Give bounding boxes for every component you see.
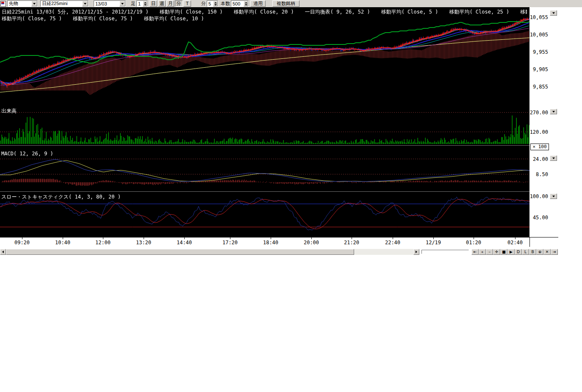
price-chart-canvas[interactable] xyxy=(0,7,529,237)
jump-end-button[interactable]: ⇥ xyxy=(551,249,558,255)
stoch-scale-button[interactable] xyxy=(550,193,557,199)
time-axis-label: 12:00 xyxy=(94,240,112,246)
volume-multiplier-badge: × 100 xyxy=(530,144,549,150)
contract-month-select[interactable]: 13/03 xyxy=(94,0,126,7)
app-icon[interactable] xyxy=(0,1,6,7)
x-axis-tick xyxy=(311,237,312,239)
legend-row-2: 移動平均( Close, 75 ) 移動平均( Close, 75 ) 移動平均… xyxy=(2,15,527,22)
x-axis-tick xyxy=(271,237,271,239)
period-week-button[interactable]: 週 xyxy=(158,0,166,7)
scroll-right-icon xyxy=(416,251,417,253)
time-axis-label: 20:00 xyxy=(302,240,321,246)
close-button[interactable]: ✕ xyxy=(543,249,551,255)
indicator-label: 一目均衡表( 9, 26, 52 ) xyxy=(305,8,370,16)
indicator-label: 移動平均( Close, 5 ) xyxy=(381,8,438,16)
mode-b-button[interactable]: B xyxy=(529,249,536,255)
chevron-down-icon[interactable] xyxy=(31,1,37,6)
price-axis-label: 9,955 xyxy=(529,49,548,55)
chevron-down-icon xyxy=(552,12,555,14)
time-axis-label: 14:40 xyxy=(175,240,194,246)
chevron-down-icon xyxy=(552,196,555,197)
price-axis-label: 10,005 xyxy=(529,32,548,38)
crosshair-button[interactable]: ✛ xyxy=(493,249,500,255)
target-button[interactable]: ⊕ xyxy=(536,249,543,255)
chevron-down-icon xyxy=(552,157,555,159)
price-axis-label: 9,905 xyxy=(529,66,548,72)
horizontal-scrollbar: ⇤ ＋ － ✛ ■ ▶ D L B ⊕ ✕ ⇥ xyxy=(0,249,558,255)
chevron-down-icon xyxy=(552,111,555,113)
bar-multiple-spinner[interactable]: 1 xyxy=(136,0,148,7)
zoom-in-button[interactable]: ＋ xyxy=(479,249,486,255)
mode-l-button[interactable]: L xyxy=(522,249,529,255)
scrollbar-thumb[interactable] xyxy=(6,249,354,255)
scroll-left-button[interactable] xyxy=(0,249,6,255)
symbol-select-value: 日経225mini xyxy=(41,0,68,7)
scroll-right-button[interactable] xyxy=(413,249,419,255)
indicator-label: 移動平均( Close, 25 ) xyxy=(449,8,509,16)
multi-symbol-button[interactable]: 複数銘柄 xyxy=(272,0,299,7)
stop-button[interactable]: ■ xyxy=(500,249,507,255)
bar-count-value: 500 xyxy=(231,1,240,6)
macd-scale-button[interactable] xyxy=(550,155,557,161)
x-axis-tick xyxy=(474,237,474,239)
apply-button[interactable]: 適用 xyxy=(250,0,266,7)
x-axis-tick xyxy=(393,237,393,239)
legend-row-1: 日経225mini 13/03( 5分, 2012/12/15 - 2012/1… xyxy=(2,8,527,16)
indicator-label: 移動平均( Close, 20 ) xyxy=(234,8,294,16)
minute-value-spinner[interactable]: 5 xyxy=(207,0,218,7)
period-tick-button[interactable]: T xyxy=(183,0,191,7)
spinner-arrows-icon[interactable] xyxy=(244,1,248,6)
scrollbar-track[interactable] xyxy=(6,249,413,255)
date-axis-label: 12/19 xyxy=(424,240,443,246)
chevron-down-icon[interactable] xyxy=(82,1,88,6)
volume-axis-label: 270.00 xyxy=(529,110,548,116)
chevron-down-glyph xyxy=(84,3,86,5)
macd-panel-label: MACD( 12, 26, 9 ) xyxy=(1,151,53,157)
x-axis-tick xyxy=(22,237,22,239)
spinner-arrows-icon[interactable] xyxy=(213,1,218,6)
zoom-track[interactable] xyxy=(421,250,469,254)
chevron-down-icon[interactable] xyxy=(119,1,125,6)
category-select[interactable]: 先物 xyxy=(7,0,38,7)
spinner-down-icon xyxy=(144,4,147,6)
minute-unit-label: 分 xyxy=(201,0,206,7)
chart-window: 先物 日経225mini 13/03 足 1 日 週 月 分 T 分 xyxy=(0,0,582,255)
time-axis-label: 09:20 xyxy=(13,240,31,246)
mode-d-button[interactable]: D xyxy=(515,249,522,255)
indicator-label: 移動平均( Close, 150 ) xyxy=(160,8,223,16)
chart-title: 日経225mini 13/03( 5分, 2012/12/15 - 2012/1… xyxy=(2,8,149,16)
period-day-button[interactable]: 日 xyxy=(150,0,157,7)
period-minute-button[interactable]: 分 xyxy=(175,0,183,7)
bar-count-spinner[interactable]: 500 xyxy=(231,0,249,7)
indicator-label: 移動平均( Close, 75 ) xyxy=(73,15,133,22)
spinner-arrows-icon[interactable] xyxy=(143,1,147,6)
minute-value: 5 xyxy=(207,1,211,6)
spinner-up-icon xyxy=(245,2,247,3)
time-axis-label: 02:40 xyxy=(506,240,524,246)
spinner-down-icon xyxy=(214,4,217,6)
play-button[interactable]: ▶ xyxy=(507,249,515,255)
time-axis-label: 18:40 xyxy=(261,240,280,246)
y-axis: 10,055 10,005 9,955 9,905 9,855 270.00 1… xyxy=(529,7,558,237)
x-axis: 09:20 10:40 12:00 13:20 14:40 17:20 18:4… xyxy=(0,237,558,246)
volume-scale-button[interactable] xyxy=(550,109,557,114)
price-scale-button[interactable] xyxy=(550,10,557,16)
zoom-out-button[interactable]: － xyxy=(486,249,493,255)
spinner-up-icon xyxy=(214,2,217,3)
x-axis-tick xyxy=(230,237,230,239)
jump-start-button[interactable]: ⇤ xyxy=(471,249,479,255)
x-axis-tick xyxy=(144,237,144,239)
symbol-select[interactable]: 日経225mini xyxy=(40,0,89,7)
bar-count-label: 本数 xyxy=(221,0,230,7)
price-axis-label: 9,855 xyxy=(529,84,548,90)
spinner-up-icon xyxy=(144,2,147,3)
chevron-down-glyph xyxy=(33,3,36,5)
stoch-axis-label: 100.00 xyxy=(529,193,548,199)
x-axis-tick xyxy=(433,237,434,239)
app-icon-glyph xyxy=(1,2,4,4)
x-axis-tick xyxy=(352,237,352,239)
period-month-button[interactable]: 月 xyxy=(166,0,174,7)
price-axis-label: 10,055 xyxy=(529,14,548,20)
page: 先物 日経225mini 13/03 足 1 日 週 月 分 T 分 xyxy=(0,0,582,392)
contract-month-value: 13/03 xyxy=(94,1,107,6)
